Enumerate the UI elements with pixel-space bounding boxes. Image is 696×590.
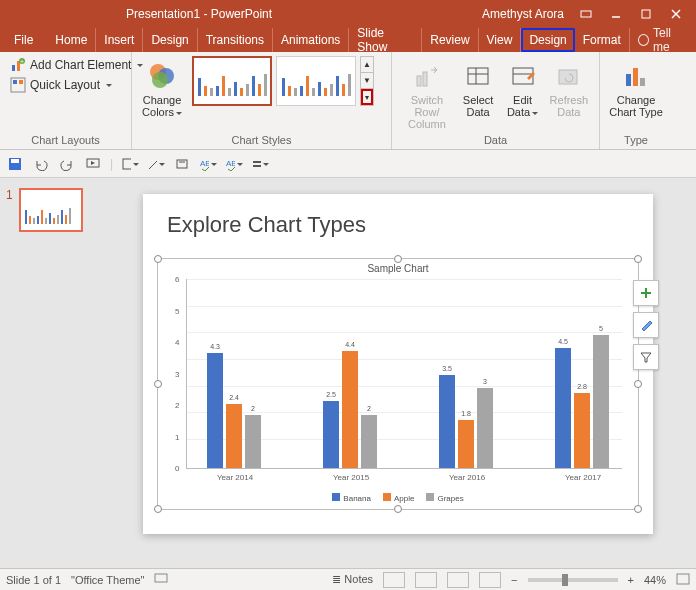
tab-review[interactable]: Review xyxy=(422,28,478,52)
switch-row-column-icon xyxy=(411,60,443,92)
quick-layout-button[interactable]: Quick Layout xyxy=(6,76,147,94)
style-scroll-up[interactable]: ▲ xyxy=(361,57,373,73)
svg-rect-17 xyxy=(468,68,488,84)
slide-thumbnail-preview xyxy=(19,188,83,232)
svg-rect-27 xyxy=(11,159,19,163)
qat-line-icon[interactable] xyxy=(147,155,165,173)
chart-style-2[interactable] xyxy=(276,56,356,106)
workspace: 1 Explore Chart Types Sample Chart 01234 xyxy=(0,178,696,568)
tab-chart-design[interactable]: Design xyxy=(521,28,574,52)
tell-me-label: Tell me xyxy=(653,26,688,54)
ribbon-options-icon[interactable] xyxy=(572,3,600,25)
svg-point-14 xyxy=(152,72,168,88)
svg-rect-24 xyxy=(633,68,638,86)
edit-data-button[interactable]: Edit Data xyxy=(500,56,544,118)
chart-style-1[interactable] xyxy=(192,56,272,106)
switch-row-column-label: Switch Row/ Column xyxy=(398,94,456,130)
svg-rect-10 xyxy=(13,80,17,84)
switch-row-column-button: Switch Row/ Column xyxy=(398,56,456,130)
bulb-icon xyxy=(638,34,649,46)
slide-canvas[interactable]: Explore Chart Types Sample Chart 0123456… xyxy=(100,178,696,568)
qat-shape-icon[interactable] xyxy=(121,155,139,173)
tell-me[interactable]: Tell me xyxy=(630,28,696,52)
refresh-data-icon xyxy=(553,60,585,92)
zoom-out-button[interactable]: − xyxy=(511,574,517,586)
quick-layout-label: Quick Layout xyxy=(30,78,100,92)
select-data-label: Select Data xyxy=(463,94,494,118)
slide-thumbnail-1[interactable]: 1 xyxy=(6,188,94,232)
tab-transitions[interactable]: Transitions xyxy=(198,28,273,52)
normal-view-button[interactable] xyxy=(383,572,405,588)
tab-format[interactable]: Format xyxy=(575,28,630,52)
slide-title[interactable]: Explore Chart Types xyxy=(167,212,629,238)
start-slideshow-icon[interactable] xyxy=(84,155,102,173)
change-chart-type-button[interactable]: Change Chart Type xyxy=(606,56,666,118)
slide-sorter-view-button[interactable] xyxy=(415,572,437,588)
qat-more-icon[interactable] xyxy=(251,155,269,173)
svg-text:ABC: ABC xyxy=(200,159,209,168)
svg-rect-0 xyxy=(581,11,591,17)
close-button[interactable] xyxy=(662,3,690,25)
tab-animations[interactable]: Animations xyxy=(273,28,349,52)
style-scroll-down[interactable]: ▼ xyxy=(361,73,373,89)
notes-button[interactable]: ≣ Notes xyxy=(332,573,373,586)
zoom-slider[interactable] xyxy=(528,578,618,582)
select-data-button[interactable]: Select Data xyxy=(456,56,500,118)
chart-filters-button[interactable] xyxy=(633,344,659,370)
undo-icon[interactable] xyxy=(32,155,50,173)
qat-spelling-icon[interactable]: ABC xyxy=(199,155,217,173)
svg-rect-39 xyxy=(155,574,167,582)
svg-rect-31 xyxy=(177,160,187,168)
tab-view[interactable]: View xyxy=(479,28,522,52)
chart-styles-button[interactable] xyxy=(633,312,659,338)
chart-elements-button[interactable] xyxy=(633,280,659,306)
group-type-label: Type xyxy=(600,134,672,149)
slideshow-view-button[interactable] xyxy=(479,572,501,588)
svg-rect-36 xyxy=(253,165,261,167)
change-chart-type-icon xyxy=(620,60,652,92)
tab-design[interactable]: Design xyxy=(143,28,197,52)
qat-spelling2-icon[interactable]: ABC xyxy=(225,155,243,173)
svg-rect-29 xyxy=(123,159,131,169)
group-chart-styles-label: Chart Styles xyxy=(132,134,391,149)
change-colors-label: Change Colors xyxy=(138,94,186,118)
tab-insert[interactable]: Insert xyxy=(96,28,143,52)
tab-file[interactable]: File xyxy=(0,28,47,52)
svg-rect-25 xyxy=(640,78,645,86)
change-colors-button[interactable]: Change Colors xyxy=(138,56,186,118)
title-bar: Presentation1 - PowerPoint Amethyst Aror… xyxy=(0,0,696,28)
refresh-data-label: Refresh Data xyxy=(550,94,589,118)
slide: Explore Chart Types Sample Chart 0123456… xyxy=(143,194,653,534)
style-gallery-more[interactable]: ▾ xyxy=(361,89,373,105)
spell-check-icon[interactable] xyxy=(154,573,170,587)
minimize-button[interactable] xyxy=(602,3,630,25)
fit-to-window-button[interactable] xyxy=(676,573,690,587)
slide-thumbnail-pane[interactable]: 1 xyxy=(0,178,100,568)
refresh-data-button: Refresh Data xyxy=(545,56,593,118)
redo-icon[interactable] xyxy=(58,155,76,173)
reading-view-button[interactable] xyxy=(447,572,469,588)
group-data-label: Data xyxy=(392,134,599,149)
svg-line-30 xyxy=(149,159,157,169)
svg-rect-11 xyxy=(19,80,23,84)
maximize-button[interactable] xyxy=(632,3,660,25)
svg-rect-35 xyxy=(253,161,261,163)
svg-rect-5 xyxy=(12,65,15,71)
tab-home[interactable]: Home xyxy=(47,28,96,52)
zoom-in-button[interactable]: + xyxy=(628,574,634,586)
zoom-level[interactable]: 44% xyxy=(644,574,666,586)
add-chart-element-button[interactable]: +Add Chart Element xyxy=(6,56,147,74)
add-chart-element-icon: + xyxy=(10,57,26,73)
chart-legend[interactable]: BananaAppleGrapes xyxy=(158,493,638,503)
svg-text:ABC: ABC xyxy=(226,159,235,168)
group-chart-layouts-label: Chart Layouts xyxy=(0,134,131,149)
chart-object[interactable]: Sample Chart 01234564.32.42Year 20142.54… xyxy=(157,258,639,510)
tab-slideshow[interactable]: Slide Show xyxy=(349,28,422,52)
user-name: Amethyst Arora xyxy=(482,7,564,21)
qat-textbox-icon[interactable] xyxy=(173,155,191,173)
chart-title[interactable]: Sample Chart xyxy=(158,263,638,274)
svg-rect-2 xyxy=(642,10,650,18)
select-data-icon xyxy=(462,60,494,92)
save-icon[interactable] xyxy=(6,155,24,173)
chart-plot-area[interactable]: 01234564.32.42Year 20142.54.42Year 20153… xyxy=(186,279,622,469)
